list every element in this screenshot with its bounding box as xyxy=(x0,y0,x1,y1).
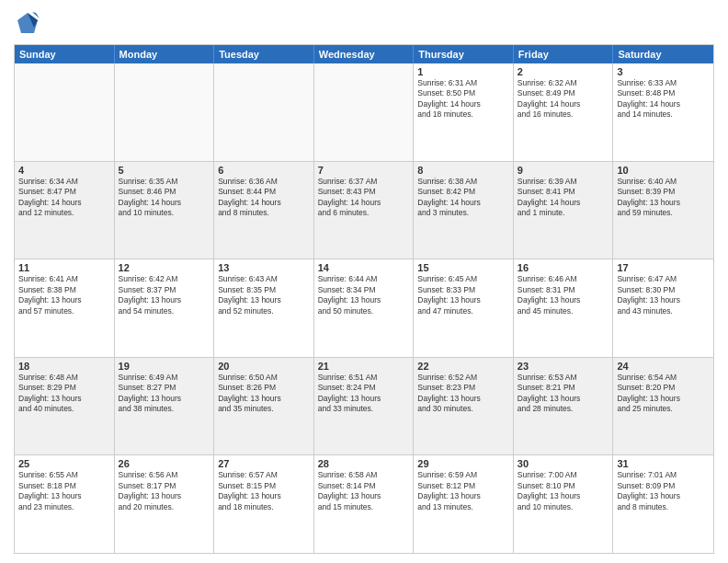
day-number: 7 xyxy=(318,165,410,176)
calendar-cell-8: 8Sunrise: 6:38 AM Sunset: 8:42 PM Daylig… xyxy=(414,162,514,259)
day-info: Sunrise: 6:43 AM Sunset: 8:35 PM Dayligh… xyxy=(218,274,310,316)
calendar-cell-18: 18Sunrise: 6:48 AM Sunset: 8:29 PM Dayli… xyxy=(15,358,115,455)
day-info: Sunrise: 6:36 AM Sunset: 8:44 PM Dayligh… xyxy=(218,177,310,219)
day-info: Sunrise: 6:39 AM Sunset: 8:41 PM Dayligh… xyxy=(518,177,609,219)
calendar-cell-13: 13Sunrise: 6:43 AM Sunset: 8:35 PM Dayli… xyxy=(214,259,314,357)
calendar-cell-28: 28Sunrise: 6:58 AM Sunset: 8:14 PM Dayli… xyxy=(314,455,415,553)
day-info: Sunrise: 6:42 AM Sunset: 8:37 PM Dayligh… xyxy=(119,274,210,316)
calendar-cell-empty-02 xyxy=(214,63,314,161)
day-info: Sunrise: 6:41 AM Sunset: 8:38 PM Dayligh… xyxy=(18,274,110,316)
day-info: Sunrise: 7:00 AM Sunset: 8:10 PM Dayligh… xyxy=(518,470,609,512)
calendar-cell-12: 12Sunrise: 6:42 AM Sunset: 8:37 PM Dayli… xyxy=(115,259,215,357)
day-number: 4 xyxy=(18,165,110,176)
calendar-cell-7: 7Sunrise: 6:37 AM Sunset: 8:43 PM Daylig… xyxy=(314,162,415,259)
calendar-row-2: 4Sunrise: 6:34 AM Sunset: 8:47 PM Daylig… xyxy=(15,161,713,259)
day-number: 20 xyxy=(218,361,310,372)
calendar-cell-10: 10Sunrise: 6:40 AM Sunset: 8:39 PM Dayli… xyxy=(613,162,713,259)
header xyxy=(14,9,714,37)
day-number: 30 xyxy=(518,458,609,469)
header-day-tuesday: Tuesday xyxy=(214,45,314,63)
calendar-cell-21: 21Sunrise: 6:51 AM Sunset: 8:24 PM Dayli… xyxy=(314,358,415,455)
calendar-cell-26: 26Sunrise: 6:56 AM Sunset: 8:17 PM Dayli… xyxy=(115,455,215,553)
calendar-row-3: 11Sunrise: 6:41 AM Sunset: 8:38 PM Dayli… xyxy=(15,259,713,357)
day-number: 3 xyxy=(617,66,710,77)
calendar-cell-15: 15Sunrise: 6:45 AM Sunset: 8:33 PM Dayli… xyxy=(414,259,514,357)
day-number: 22 xyxy=(417,361,509,372)
calendar-cell-2: 2Sunrise: 6:32 AM Sunset: 8:49 PM Daylig… xyxy=(514,63,614,161)
day-number: 12 xyxy=(119,262,210,273)
day-info: Sunrise: 6:48 AM Sunset: 8:29 PM Dayligh… xyxy=(18,373,110,415)
calendar-cell-16: 16Sunrise: 6:46 AM Sunset: 8:31 PM Dayli… xyxy=(514,259,614,357)
header-day-sunday: Sunday xyxy=(15,45,115,63)
calendar: SundayMondayTuesdayWednesdayThursdayFrid… xyxy=(14,44,714,554)
day-number: 18 xyxy=(18,361,110,372)
page: SundayMondayTuesdayWednesdayThursdayFrid… xyxy=(0,0,728,563)
day-info: Sunrise: 6:37 AM Sunset: 8:43 PM Dayligh… xyxy=(318,177,410,219)
day-number: 27 xyxy=(218,458,310,469)
calendar-row-5: 25Sunrise: 6:55 AM Sunset: 8:18 PM Dayli… xyxy=(15,454,713,553)
calendar-row-1: 1Sunrise: 6:31 AM Sunset: 8:50 PM Daylig… xyxy=(15,63,713,161)
calendar-cell-1: 1Sunrise: 6:31 AM Sunset: 8:50 PM Daylig… xyxy=(414,63,514,161)
day-info: Sunrise: 6:46 AM Sunset: 8:31 PM Dayligh… xyxy=(518,274,609,316)
day-info: Sunrise: 6:54 AM Sunset: 8:20 PM Dayligh… xyxy=(617,373,710,415)
calendar-header: SundayMondayTuesdayWednesdayThursdayFrid… xyxy=(15,45,713,63)
header-day-wednesday: Wednesday xyxy=(314,45,415,63)
day-number: 8 xyxy=(417,165,509,176)
calendar-cell-11: 11Sunrise: 6:41 AM Sunset: 8:38 PM Dayli… xyxy=(15,259,115,357)
day-info: Sunrise: 6:51 AM Sunset: 8:24 PM Dayligh… xyxy=(318,373,410,415)
calendar-cell-3: 3Sunrise: 6:33 AM Sunset: 8:48 PM Daylig… xyxy=(613,63,713,161)
calendar-cell-14: 14Sunrise: 6:44 AM Sunset: 8:34 PM Dayli… xyxy=(314,259,415,357)
day-number: 9 xyxy=(518,165,609,176)
day-info: Sunrise: 6:55 AM Sunset: 8:18 PM Dayligh… xyxy=(18,470,110,512)
calendar-cell-29: 29Sunrise: 6:59 AM Sunset: 8:12 PM Dayli… xyxy=(414,455,514,553)
calendar-body: 1Sunrise: 6:31 AM Sunset: 8:50 PM Daylig… xyxy=(15,63,713,553)
day-info: Sunrise: 6:45 AM Sunset: 8:33 PM Dayligh… xyxy=(417,274,509,316)
day-number: 29 xyxy=(417,458,509,469)
day-number: 6 xyxy=(218,165,310,176)
day-info: Sunrise: 6:33 AM Sunset: 8:48 PM Dayligh… xyxy=(617,78,710,121)
calendar-cell-27: 27Sunrise: 6:57 AM Sunset: 8:15 PM Dayli… xyxy=(214,455,314,553)
header-day-friday: Friday xyxy=(514,45,614,63)
day-number: 14 xyxy=(318,262,410,273)
logo xyxy=(14,9,45,37)
day-info: Sunrise: 6:50 AM Sunset: 8:26 PM Dayligh… xyxy=(218,373,310,415)
day-info: Sunrise: 6:44 AM Sunset: 8:34 PM Dayligh… xyxy=(318,274,410,316)
day-info: Sunrise: 6:59 AM Sunset: 8:12 PM Dayligh… xyxy=(417,470,509,512)
day-info: Sunrise: 6:57 AM Sunset: 8:15 PM Dayligh… xyxy=(218,470,310,512)
day-number: 31 xyxy=(617,458,710,469)
calendar-cell-4: 4Sunrise: 6:34 AM Sunset: 8:47 PM Daylig… xyxy=(15,162,115,259)
logo-icon xyxy=(14,9,41,37)
calendar-cell-empty-03 xyxy=(314,63,415,161)
calendar-cell-20: 20Sunrise: 6:50 AM Sunset: 8:26 PM Dayli… xyxy=(214,358,314,455)
day-info: Sunrise: 6:31 AM Sunset: 8:50 PM Dayligh… xyxy=(417,78,509,121)
day-number: 17 xyxy=(617,262,710,273)
calendar-cell-22: 22Sunrise: 6:52 AM Sunset: 8:23 PM Dayli… xyxy=(414,358,514,455)
day-number: 21 xyxy=(318,361,410,372)
calendar-cell-31: 31Sunrise: 7:01 AM Sunset: 8:09 PM Dayli… xyxy=(613,455,713,553)
day-info: Sunrise: 6:53 AM Sunset: 8:21 PM Dayligh… xyxy=(518,373,609,415)
day-number: 13 xyxy=(218,262,310,273)
calendar-row-4: 18Sunrise: 6:48 AM Sunset: 8:29 PM Dayli… xyxy=(15,357,713,455)
calendar-cell-empty-01 xyxy=(115,63,215,161)
day-info: Sunrise: 6:38 AM Sunset: 8:42 PM Dayligh… xyxy=(417,177,509,219)
day-number: 2 xyxy=(518,66,609,77)
day-info: Sunrise: 6:32 AM Sunset: 8:49 PM Dayligh… xyxy=(518,78,609,121)
calendar-cell-19: 19Sunrise: 6:49 AM Sunset: 8:27 PM Dayli… xyxy=(115,358,215,455)
day-number: 24 xyxy=(617,361,710,372)
day-number: 26 xyxy=(119,458,210,469)
header-day-monday: Monday xyxy=(115,45,215,63)
calendar-cell-30: 30Sunrise: 7:00 AM Sunset: 8:10 PM Dayli… xyxy=(514,455,614,553)
header-day-saturday: Saturday xyxy=(613,45,713,63)
day-info: Sunrise: 6:56 AM Sunset: 8:17 PM Dayligh… xyxy=(119,470,210,512)
header-day-thursday: Thursday xyxy=(414,45,514,63)
day-number: 16 xyxy=(518,262,609,273)
calendar-cell-25: 25Sunrise: 6:55 AM Sunset: 8:18 PM Dayli… xyxy=(15,455,115,553)
day-info: Sunrise: 6:47 AM Sunset: 8:30 PM Dayligh… xyxy=(617,274,710,316)
day-number: 11 xyxy=(18,262,110,273)
day-number: 23 xyxy=(518,361,609,372)
calendar-cell-23: 23Sunrise: 6:53 AM Sunset: 8:21 PM Dayli… xyxy=(514,358,614,455)
day-info: Sunrise: 6:34 AM Sunset: 8:47 PM Dayligh… xyxy=(18,177,110,219)
day-number: 19 xyxy=(119,361,210,372)
day-number: 15 xyxy=(417,262,509,273)
day-info: Sunrise: 6:35 AM Sunset: 8:46 PM Dayligh… xyxy=(119,177,210,219)
